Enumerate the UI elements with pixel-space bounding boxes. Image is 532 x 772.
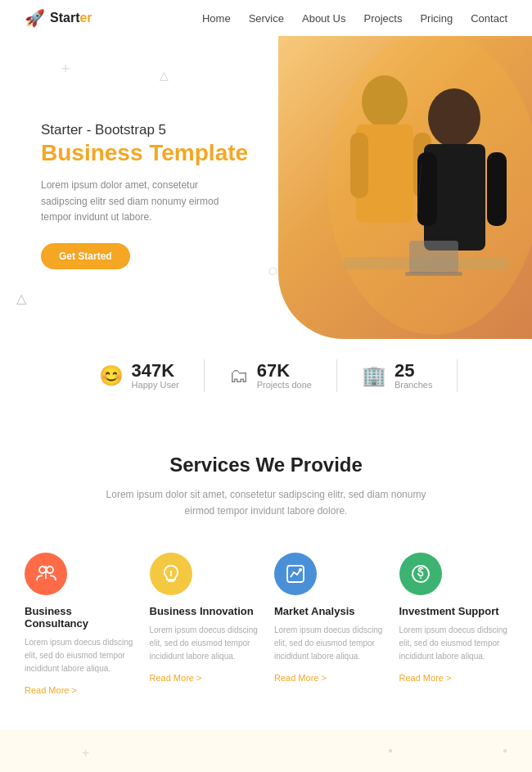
- p-deco-plus-1: +: [82, 746, 89, 761]
- stat-divider-3: [457, 359, 458, 392]
- nav-home[interactable]: Home: [202, 12, 231, 25]
- nav-links: Home Service About Us Projects Pricing C…: [202, 12, 507, 25]
- stat-label-branches: Branches: [394, 380, 432, 390]
- service-name-investment: Investment Support: [399, 605, 508, 617]
- service-card-investment: Investment Support Lorem ipsum doecus di…: [399, 553, 508, 697]
- svg-point-19: [299, 568, 302, 571]
- stat-label-projects: Projects done: [257, 380, 312, 390]
- service-icon-investment: [399, 553, 442, 595]
- stat-happy-users: 😊 347K Happy User: [74, 362, 204, 390]
- stats-section: 😊 347K Happy User 🗂 67K Projects done 🏢 …: [0, 339, 532, 413]
- hero-cta-button[interactable]: Get Started: [41, 243, 130, 269]
- service-text-market: Lorem ipsum doecus didscing elit, sed do…: [274, 624, 383, 663]
- svg-rect-12: [405, 272, 462, 276]
- services-description: Lorem ipsum dolor sit amet, consetetur s…: [102, 486, 430, 520]
- projects-icon: 🗂: [229, 364, 249, 387]
- read-more-investment[interactable]: Read More >: [399, 673, 452, 683]
- deco-triangle-1: △: [160, 69, 169, 82]
- nav-contact[interactable]: Contact: [471, 12, 507, 25]
- svg-point-13: [39, 567, 46, 573]
- read-more-innovation[interactable]: Read More >: [150, 673, 202, 683]
- nav-pricing[interactable]: Pricing: [420, 12, 453, 25]
- service-name-consultancy: Business Consultancy: [25, 605, 133, 630]
- stat-projects: 🗂 67K Projects done: [205, 362, 336, 390]
- stat-projects-info: 67K Projects done: [257, 362, 312, 390]
- nav-projects[interactable]: Projects: [363, 12, 402, 25]
- branches-icon: 🏢: [362, 364, 386, 387]
- logo-text: Starter: [50, 11, 92, 25]
- read-more-market[interactable]: Read More >: [274, 673, 327, 683]
- svg-point-1: [362, 75, 408, 128]
- services-title: Services We Provide: [25, 454, 507, 476]
- nav-service[interactable]: Service: [249, 12, 284, 25]
- stat-branches-info: 25 Branches: [394, 362, 432, 390]
- hero-subtitle: Starter - Bootstrap 5: [41, 122, 507, 138]
- service-name-market: Market Analysis: [274, 605, 383, 617]
- stat-number-users: 347K: [132, 362, 179, 380]
- service-card-consultancy: Business Consultancy Lorem ipsum doecus …: [25, 553, 133, 697]
- service-card-market: Market Analysis Lorem ipsum doecus didsc…: [274, 553, 383, 697]
- services-grid: Business Consultancy Lorem ipsum doecus …: [25, 553, 507, 697]
- read-more-consultancy[interactable]: Read More >: [25, 685, 77, 695]
- service-icon-consultancy: [25, 553, 67, 595]
- stat-happy-users-info: 347K Happy User: [132, 362, 179, 390]
- stat-branches: 🏢 25 Branches: [337, 362, 457, 390]
- svg-point-14: [47, 567, 53, 573]
- service-card-innovation: Business Innovation Lorem ipsum doecus d…: [150, 553, 259, 697]
- service-name-innovation: Business Innovation: [150, 605, 259, 617]
- service-icon-innovation: [150, 553, 192, 595]
- stat-label-users: Happy User: [132, 380, 179, 390]
- nav-about[interactable]: About Us: [302, 12, 345, 25]
- p-deco-circle-2: ●: [503, 746, 507, 755]
- logo[interactable]: 🚀 Starter: [25, 8, 92, 28]
- hero-title: Business Template: [41, 140, 507, 166]
- logo-icon: 🚀: [25, 8, 45, 28]
- hero-description: Lorem ipsum dolor amet, consetetur sadip…: [41, 178, 237, 225]
- service-text-innovation: Lorem ipsum doecus didscing elit, sed do…: [150, 624, 259, 663]
- stat-number-projects: 67K: [257, 362, 312, 380]
- services-section: Services We Provide Lorem ipsum dolor si…: [0, 413, 532, 729]
- hero-content: Starter - Bootstrap 5 Business Template …: [41, 122, 507, 269]
- deco-triangle-2: △: [16, 291, 26, 306]
- service-text-consultancy: Lorem ipsum doecus didscing elit, sed do…: [25, 636, 133, 675]
- service-text-investment: Lorem ipsum doecus didscing elit, sed do…: [399, 624, 508, 663]
- p-deco-circle-1: ●: [388, 746, 393, 755]
- service-icon-market: [274, 553, 317, 595]
- stat-number-branches: 25: [394, 362, 432, 380]
- partner-section: + ● ● + + △ ○: [0, 729, 532, 772]
- hero-section: + △ △ ○ Starter - Bootstrap 5 Business T…: [0, 36, 532, 339]
- happy-users-icon: 😊: [99, 364, 124, 387]
- navbar: 🚀 Starter Home Service About Us Projects…: [0, 0, 532, 36]
- deco-plus-1: +: [61, 61, 70, 78]
